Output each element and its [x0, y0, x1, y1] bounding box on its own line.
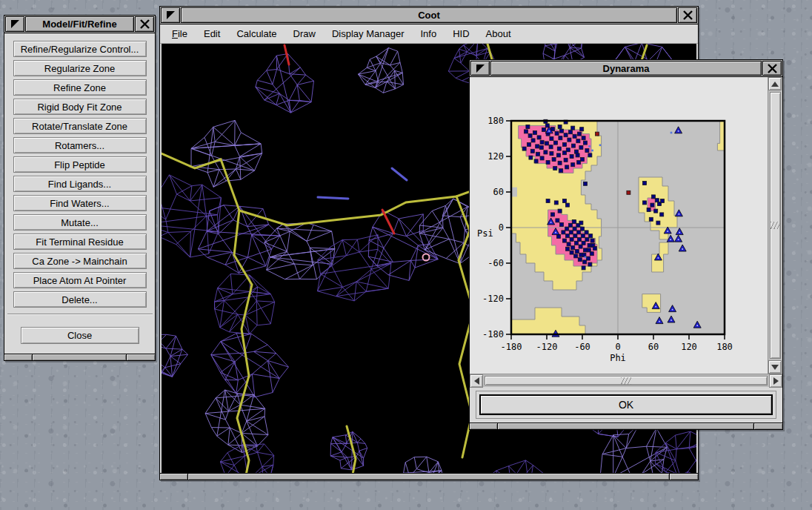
menu-draw[interactable]: Draw	[286, 26, 323, 42]
menu-about[interactable]: About	[479, 26, 519, 42]
mfr-titlebar[interactable]: Model/Fit/Refine	[4, 16, 155, 33]
svg-text:Phi: Phi	[610, 353, 626, 363]
svg-text:-120: -120	[536, 342, 558, 352]
close-icon	[768, 64, 777, 73]
svg-text:180: 180	[487, 116, 504, 126]
mfr-button-rotamers[interactable]: Rotamers...	[13, 137, 147, 153]
resize-handle-right[interactable]	[754, 423, 782, 429]
menu-info[interactable]: Info	[413, 26, 444, 42]
mfr-button-refine-regularize-control[interactable]: Refine/Regularize Control...	[13, 41, 147, 57]
svg-text:-60: -60	[487, 258, 504, 268]
mfr-window-menu-button[interactable]	[5, 16, 24, 32]
mfr-button-fit-terminal-residue[interactable]: Fit Terminal Residue	[13, 234, 147, 250]
menu-file[interactable]: File	[164, 26, 195, 42]
dynarama-window-menu-button[interactable]	[470, 61, 490, 76]
coot-window-menu-button[interactable]	[161, 7, 180, 23]
mfr-button-flip-peptide[interactable]: Flip Peptide	[13, 156, 147, 173]
horizontal-scrollbar[interactable]	[470, 374, 782, 387]
svg-text:-60: -60	[574, 342, 590, 352]
coot-menubar: FileEditCalculateDrawDisplay ManagerInfo…	[160, 24, 698, 44]
svg-text:0: 0	[499, 222, 504, 233]
thumb-grip	[771, 222, 780, 229]
mfr-button-find-ligands[interactable]: Find Ligands...	[13, 176, 147, 192]
close-icon	[683, 10, 693, 20]
mfr-button-list: Refine/Regularize Control...Regularize Z…	[13, 39, 147, 309]
mfr-button-find-waters[interactable]: Find Waters...	[13, 195, 147, 211]
mfr-button-refine-zone[interactable]: Refine Zone	[13, 79, 147, 96]
dynarama-window-title: Dynarama	[490, 61, 762, 76]
dynarama-titlebar[interactable]: Dynarama	[470, 60, 782, 77]
svg-text:120: 120	[681, 342, 697, 352]
scroll-left-button[interactable]	[470, 374, 483, 388]
resize-handle-middle[interactable]	[188, 474, 670, 480]
mfr-button-rigid-body-fit-zone[interactable]: Rigid Body Fit Zone	[13, 99, 147, 115]
vertical-scrollbar[interactable]	[768, 77, 782, 374]
ok-button-frame: OK	[476, 391, 776, 419]
arrow-down-icon	[771, 365, 779, 370]
mfr-close-dialog-button[interactable]: Close	[21, 327, 139, 344]
separator	[7, 314, 153, 315]
dynarama-ok-area: OK	[470, 387, 782, 423]
svg-text:0: 0	[615, 342, 620, 352]
mfr-button-rotate-translate-zone[interactable]: Rotate/Translate Zone	[13, 118, 147, 134]
mfr-button-regularize-zone[interactable]: Regularize Zone	[13, 60, 147, 76]
menu-hid[interactable]: HID	[445, 26, 476, 42]
mfr-button-mutate[interactable]: Mutate...	[13, 214, 147, 231]
svg-text:-120: -120	[482, 294, 504, 304]
svg-text:60: 60	[648, 342, 659, 352]
mfr-button-place-atom-at-pointer[interactable]: Place Atom At Pointer	[13, 272, 147, 288]
scroll-up-button[interactable]	[768, 77, 782, 90]
arrow-right-icon	[773, 377, 779, 385]
mfr-close-button[interactable]	[135, 16, 154, 32]
ramachandran-plot[interactable]: -180-120-60060120180180120600-60-120-180…	[470, 77, 768, 374]
coot-resize-bar[interactable]	[160, 473, 698, 480]
resize-handle-middle[interactable]	[498, 423, 754, 429]
resize-handle-left[interactable]	[470, 423, 498, 429]
svg-text:-180: -180	[501, 342, 522, 352]
menu-calculate[interactable]: Calculate	[229, 26, 284, 42]
window-menu-icon	[476, 64, 485, 73]
arrow-up-icon	[771, 82, 779, 87]
ramachandran-canvas[interactable]: -180-120-60060120180180120600-60-120-180…	[470, 77, 768, 374]
mfr-resize-bar[interactable]	[4, 354, 155, 360]
dynarama-main: -180-120-60060120180180120600-60-120-180…	[470, 77, 782, 374]
menu-edit[interactable]: Edit	[196, 26, 227, 42]
dynarama-close-button[interactable]	[762, 61, 782, 76]
resize-handle-middle[interactable]	[33, 354, 127, 360]
scroll-down-button[interactable]	[768, 360, 782, 374]
horizontal-scroll-thumb[interactable]	[485, 376, 768, 385]
coot-window-title: Coot	[181, 7, 677, 23]
svg-text:-180: -180	[482, 329, 504, 340]
resize-handle-left[interactable]	[4, 354, 33, 360]
menu-display-manager[interactable]: Display Manager	[325, 26, 412, 42]
svg-text:Psi: Psi	[477, 228, 493, 239]
resize-handle-right[interactable]	[127, 354, 155, 360]
model-fit-refine-window: Model/Fit/Refine Refine/Regularize Contr…	[4, 15, 156, 361]
window-menu-icon	[167, 11, 175, 19]
thumb-grip	[621, 377, 631, 385]
mfr-button-ca-zone-mainchain[interactable]: Ca Zone -> Mainchain	[13, 253, 147, 269]
mfr-button-panel: Refine/Regularize Control...Regularize Z…	[4, 33, 155, 354]
window-menu-icon	[11, 20, 19, 28]
svg-text:60: 60	[493, 187, 504, 197]
vertical-scroll-thumb[interactable]	[770, 92, 781, 359]
resize-handle-left[interactable]	[160, 474, 188, 480]
dynarama-resize-bar[interactable]	[470, 423, 782, 429]
coot-close-button[interactable]	[678, 7, 697, 23]
coot-titlebar[interactable]: Coot	[160, 7, 698, 24]
mfr-window-title: Model/Fit/Refine	[25, 16, 134, 32]
svg-text:180: 180	[716, 342, 733, 352]
scroll-right-button[interactable]	[769, 374, 782, 388]
mfr-button-delete[interactable]: Delete...	[13, 291, 147, 308]
dynarama-window: Dynarama -180-120-60060120180180120600-6…	[469, 59, 783, 430]
resize-handle-right[interactable]	[670, 474, 698, 480]
ok-button[interactable]: OK	[479, 394, 773, 415]
close-icon	[140, 19, 150, 29]
svg-text:120: 120	[487, 151, 504, 162]
arrow-left-icon	[474, 377, 479, 385]
